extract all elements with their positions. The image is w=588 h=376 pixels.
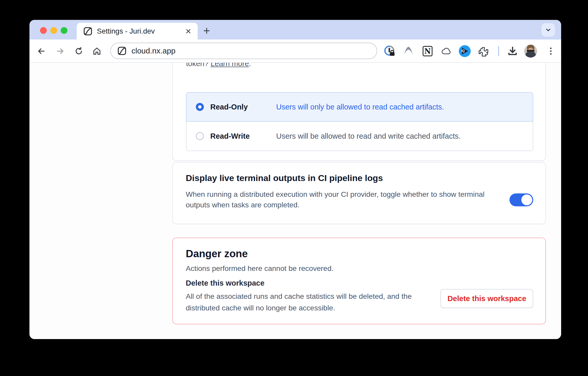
token-help-text: token? Learn more.: [186, 63, 251, 68]
nx-cloud-site-icon: [118, 46, 126, 55]
cloud-extension-icon[interactable]: [439, 44, 454, 58]
nx-cloud-favicon: [83, 27, 92, 36]
new-tab-button[interactable]: [202, 26, 212, 36]
browser-window: Settings - Juri.dev: [29, 20, 561, 339]
downloads-button[interactable]: [505, 44, 520, 58]
forward-button[interactable]: [53, 44, 67, 58]
delete-workspace-description: All of the associated runs and cache sta…: [186, 291, 418, 314]
learn-more-link[interactable]: Learn more: [211, 63, 249, 68]
terminal-outputs-toggle[interactable]: [509, 193, 533, 206]
page-content: token? Learn more. Read-Only Users will …: [29, 63, 561, 339]
read-write-radio[interactable]: [196, 132, 204, 140]
delete-workspace-button[interactable]: Delete this workspace: [440, 289, 533, 308]
browser-toolbar: cloud.nx.app N IQ: [29, 40, 561, 63]
back-button[interactable]: [34, 44, 49, 58]
notion-letter: N: [424, 47, 431, 55]
mountain-peak-extension-icon[interactable]: [401, 44, 416, 58]
toolbar-separator: [498, 46, 499, 56]
browser-menu-button[interactable]: [544, 44, 558, 58]
address-bar[interactable]: cloud.nx.app: [110, 43, 377, 59]
zoom-window-button[interactable]: [61, 27, 67, 34]
tab-close-icon[interactable]: [184, 27, 193, 36]
tab-settings[interactable]: Settings - Juri.dev: [77, 23, 198, 40]
reload-button[interactable]: [72, 44, 86, 58]
password-manager-extension-icon[interactable]: [383, 44, 397, 58]
read-only-radio[interactable]: [196, 103, 204, 111]
url-text: cloud.nx.app: [131, 46, 175, 55]
video-play-extension-icon[interactable]: IQ: [458, 44, 472, 58]
tab-title: Settings - Juri.dev: [97, 27, 184, 35]
read-write-label: Read-Write: [210, 132, 250, 140]
terminal-outputs-description: When running a distributed execution wit…: [186, 189, 504, 210]
danger-zone-subtitle: Actions performed here cannot be recover…: [186, 264, 334, 273]
close-window-button[interactable]: [40, 27, 47, 34]
notion-extension-icon[interactable]: N: [420, 44, 435, 58]
danger-zone-title: Danger zone: [186, 248, 248, 260]
extensions-puzzle-icon[interactable]: [476, 44, 491, 58]
tab-strip: Settings - Juri.dev: [29, 20, 561, 40]
home-button[interactable]: [90, 44, 104, 58]
read-write-option-row[interactable]: Read-Write Users will be allowed to read…: [186, 122, 533, 151]
read-only-description: Users will only be allowed to read cache…: [276, 103, 444, 111]
danger-zone-card: Danger zone Actions performed here canno…: [172, 238, 546, 324]
access-control-card: token? Learn more. Read-Only Users will …: [172, 63, 546, 161]
play-badge-text: IQ: [461, 49, 465, 53]
terminal-outputs-card: Display live terminal outputs in CI pipe…: [172, 162, 546, 224]
read-write-description: Users will be allowed to read and write …: [276, 132, 461, 140]
minimize-window-button[interactable]: [50, 27, 57, 34]
toggle-knob: [521, 194, 532, 205]
read-only-label: Read-Only: [210, 103, 248, 111]
read-only-option-row[interactable]: Read-Only Users will only be allowed to …: [186, 92, 533, 122]
permission-options-table: Read-Only Users will only be allowed to …: [186, 92, 533, 151]
terminal-outputs-title: Display live terminal outputs in CI pipe…: [186, 173, 383, 183]
tab-search-chevron-button[interactable]: [541, 23, 555, 37]
delete-workspace-heading: Delete this workspace: [186, 279, 265, 287]
profile-avatar[interactable]: [523, 44, 538, 58]
